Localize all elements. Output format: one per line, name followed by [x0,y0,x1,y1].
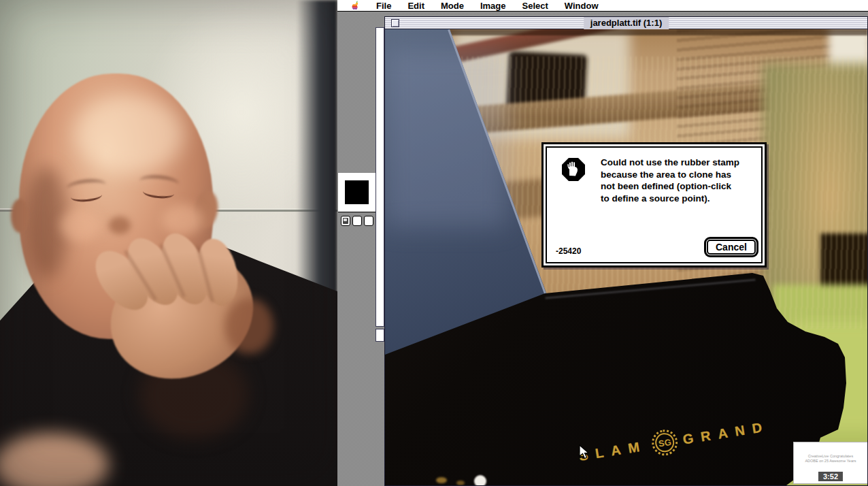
menu-item-image[interactable]: Image [480,0,506,12]
video-suggestion-card[interactable]: CreativeLive Congratulates ADOBE on 25 A… [793,442,867,484]
mac-screen-share: File Edit Mode Image Select Window jared… [337,0,868,486]
screen-mode-standard-button[interactable] [341,216,350,226]
piano-hardware-glint [436,477,447,483]
document-canvas[interactable]: SLAM SG GRAND Could not use the [385,29,867,485]
menu-item-mode[interactable]: Mode [441,0,464,12]
menu-item-file[interactable]: File [376,0,391,12]
window-title-bar[interactable]: jaredplatt.tif (1:1) [385,17,867,29]
window-title: jaredplatt.tif (1:1) [584,17,669,29]
apple-logo-icon [351,1,360,11]
mouse-cursor [579,444,590,459]
scrollbar-track[interactable] [375,27,384,327]
piano-caster-wheel [474,475,486,485]
scrollbar-thumb[interactable] [375,329,384,342]
alert-dialog: Could not use the rubber stamp because t… [541,142,767,268]
card-text-line2: ADOBE on 25 Awesome Years [794,459,867,464]
logo-word-grand: GRAND [682,419,770,448]
menu-item-select[interactable]: Select [522,0,548,12]
webcam-video-panel [0,0,337,486]
screen-mode-fullscreen-button[interactable] [364,216,373,226]
screenshot-root: File Edit Mode Image Select Window jared… [0,0,868,486]
top-shadow [385,29,867,35]
stop-hand-icon [561,157,586,182]
piano-hardware-glint [456,481,465,485]
menu-item-window[interactable]: Window [565,0,599,12]
cancel-button[interactable]: Cancel [707,240,756,255]
cancel-button-ring: Cancel [704,237,758,257]
vignette [0,0,337,486]
alert-message: Could not use the rubber stamp because t… [601,157,742,204]
color-swatch-area [338,173,375,212]
menu-bar: File Edit Mode Image Select Window [337,0,868,12]
foreground-color-swatch[interactable] [345,180,369,204]
sg-badge-letters: SG [654,432,675,453]
error-code: -25420 [556,246,581,256]
apple-menu[interactable] [351,1,360,11]
menu-item-edit[interactable]: Edit [407,0,424,12]
card-text-line1: CreativeLive Congratulates [794,454,867,459]
document-window: jaredplatt.tif (1:1) [384,16,868,486]
sg-gear-badge: SG [650,427,680,457]
close-box[interactable] [391,19,399,27]
video-timestamp: 3:52 [818,472,843,481]
screen-mode-fullscreen-menubar-button[interactable] [352,216,362,226]
